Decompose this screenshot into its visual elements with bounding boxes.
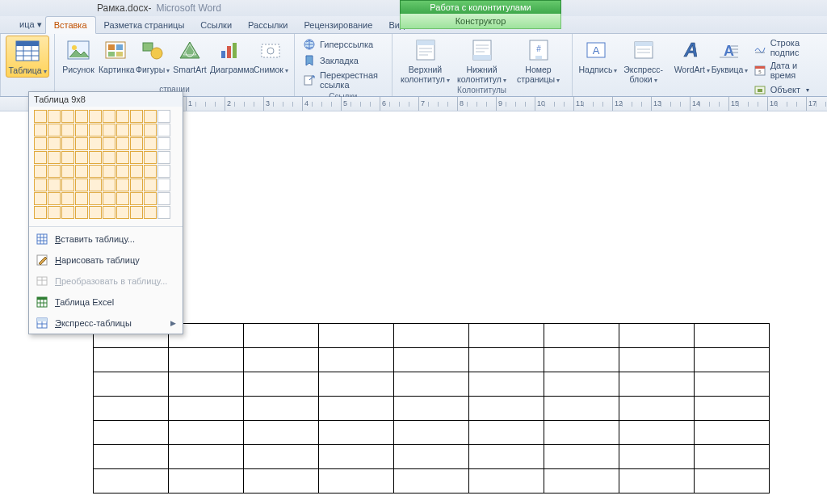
grid-picker-cell[interactable] [61, 178, 74, 191]
grid-picker-cell[interactable] [103, 110, 115, 123]
grid-picker-cell[interactable] [144, 151, 157, 164]
grid-picker-cell[interactable] [34, 110, 47, 123]
grid-picker-cell[interactable] [144, 192, 157, 205]
doc-table-cell[interactable] [619, 348, 695, 372]
doc-table-cell[interactable] [619, 445, 695, 469]
doc-table-cell[interactable] [695, 324, 770, 348]
grid-picker-cell[interactable] [157, 192, 170, 205]
dropcap-button[interactable]: A Буквица [710, 36, 747, 76]
grid-picker-cell[interactable] [116, 165, 129, 178]
grid-picker-cell[interactable] [130, 178, 143, 191]
grid-picker-cell[interactable] [116, 151, 129, 164]
wordart-button[interactable]: A WordArt [673, 36, 710, 76]
grid-picker-cell[interactable] [144, 137, 157, 150]
grid-picker-cell[interactable] [89, 192, 102, 205]
doc-table-cell[interactable] [394, 397, 469, 421]
doc-table-cell[interactable] [319, 445, 394, 469]
screenshot-button[interactable]: Снимок [252, 36, 289, 76]
contextual-tool-sub[interactable]: Конструктор [400, 14, 561, 29]
hyperlink-button[interactable]: Гиперссылка [301, 37, 385, 52]
grid-picker-cell[interactable] [48, 124, 61, 136]
doc-table-cell[interactable] [244, 445, 319, 469]
grid-picker-cell[interactable] [144, 110, 157, 123]
crossref-button[interactable]: Перекрестная ссылка [301, 69, 385, 90]
grid-picker-cell[interactable] [61, 165, 74, 178]
table-menu-item-0[interactable]: Вставить таблицу... [29, 229, 183, 250]
grid-picker-cell[interactable] [116, 178, 129, 191]
doc-table-cell[interactable] [169, 421, 244, 445]
doc-table-cell[interactable] [544, 348, 619, 372]
grid-picker-cell[interactable] [157, 137, 170, 150]
doc-table-cell[interactable] [394, 421, 469, 445]
grid-picker-cell[interactable] [103, 124, 115, 136]
chart-button[interactable]: Диаграмма [208, 36, 252, 76]
grid-picker-cell[interactable] [61, 151, 74, 164]
grid-picker-cell[interactable] [130, 165, 143, 178]
grid-picker-cell[interactable] [34, 178, 47, 191]
doc-table-cell[interactable] [469, 348, 544, 372]
grid-picker-cell[interactable] [130, 206, 143, 219]
tab-page-layout[interactable]: Разметка страницы [96, 17, 193, 33]
grid-picker-cell[interactable] [130, 151, 143, 164]
grid-picker-cell[interactable] [130, 110, 143, 123]
grid-picker-cell[interactable] [61, 110, 74, 123]
grid-picker-cell[interactable] [48, 192, 61, 205]
grid-picker-cell[interactable] [144, 124, 157, 136]
grid-picker-cell[interactable] [157, 206, 170, 219]
grid-picker-cell[interactable] [157, 151, 170, 164]
doc-table-cell[interactable] [695, 469, 770, 494]
grid-picker-cell[interactable] [103, 206, 115, 219]
doc-table-cell[interactable] [169, 372, 244, 397]
table-menu-item-1[interactable]: Нарисовать таблицу [29, 250, 183, 271]
doc-table-cell[interactable] [469, 445, 544, 469]
footer-button[interactable]: Нижний колонтитул [454, 36, 510, 86]
doc-table-cell[interactable] [94, 445, 169, 469]
grid-picker-cell[interactable] [75, 192, 88, 205]
grid-picker-cell[interactable] [116, 192, 129, 205]
doc-table-cell[interactable] [319, 372, 394, 397]
grid-picker-cell[interactable] [75, 110, 88, 123]
doc-table-cell[interactable] [94, 469, 169, 494]
grid-picker-cell[interactable] [89, 124, 102, 136]
grid-picker-cell[interactable] [61, 124, 74, 136]
doc-table-cell[interactable] [394, 469, 469, 494]
signature-line-button[interactable]: Строка подпис [752, 37, 821, 58]
doc-table-cell[interactable] [394, 445, 469, 469]
doc-table-cell[interactable] [244, 421, 319, 445]
doc-table-cell[interactable] [394, 372, 469, 397]
doc-table-cell[interactable] [469, 421, 544, 445]
table-button[interactable]: Таблица [6, 36, 49, 78]
doc-table-cell[interactable] [169, 397, 244, 421]
doc-table-cell[interactable] [244, 372, 319, 397]
doc-table-cell[interactable] [319, 421, 394, 445]
doc-table-cell[interactable] [319, 348, 394, 372]
grid-picker-cell[interactable] [34, 151, 47, 164]
doc-table-cell[interactable] [619, 469, 695, 494]
grid-picker-cell[interactable] [144, 178, 157, 191]
grid-picker-cell[interactable] [48, 178, 61, 191]
grid-picker-cell[interactable] [116, 206, 129, 219]
table-menu-item-4[interactable]: Экспресс-таблицы▶ [29, 313, 183, 334]
grid-picker-cell[interactable] [103, 151, 115, 164]
truncated-left-control[interactable]: ица ▾ [16, 16, 45, 33]
grid-picker-cell[interactable] [48, 151, 61, 164]
doc-table-cell[interactable] [244, 348, 319, 372]
datetime-button[interactable]: 5 Дата и время [752, 60, 821, 81]
grid-picker-cell[interactable] [89, 178, 102, 191]
grid-picker-cell[interactable] [130, 124, 143, 136]
grid-picker-cell[interactable] [89, 206, 102, 219]
doc-table-cell[interactable] [94, 372, 169, 397]
smartart-button[interactable]: SmartArt [171, 36, 208, 76]
grid-picker-cell[interactable] [34, 124, 47, 136]
grid-picker-cell[interactable] [75, 165, 88, 178]
grid-picker-cell[interactable] [116, 124, 129, 136]
doc-table-cell[interactable] [695, 397, 770, 421]
doc-table-cell[interactable] [244, 324, 319, 348]
grid-picker-cell[interactable] [89, 165, 102, 178]
doc-table-cell[interactable] [544, 421, 619, 445]
doc-table-cell[interactable] [169, 348, 244, 372]
grid-picker-cell[interactable] [103, 192, 115, 205]
doc-table-cell[interactable] [244, 397, 319, 421]
grid-picker-cell[interactable] [103, 165, 115, 178]
grid-picker-cell[interactable] [34, 192, 47, 205]
